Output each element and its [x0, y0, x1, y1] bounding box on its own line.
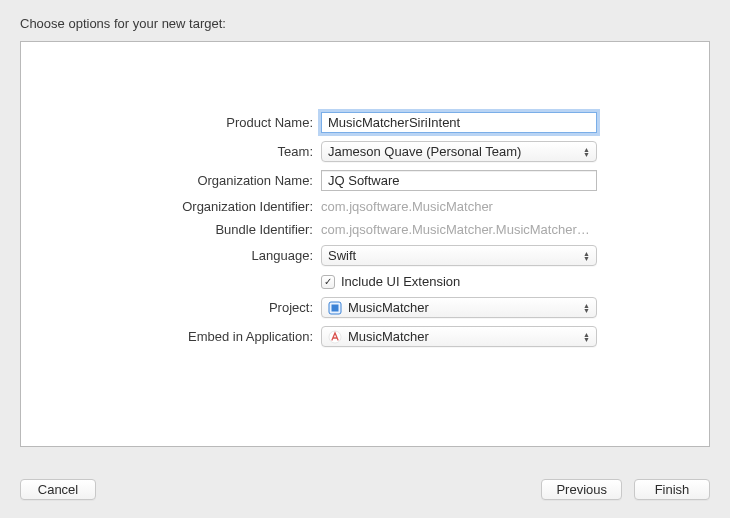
team-dropdown-label: Jameson Quave (Personal Team): [328, 144, 577, 159]
team-dropdown[interactable]: Jameson Quave (Personal Team) ▲▼: [321, 141, 597, 162]
checkmark-icon: ✓: [321, 275, 335, 289]
label-language: Language:: [21, 248, 321, 263]
row-org-name: Organization Name:: [21, 170, 709, 191]
footer-button-bar: Cancel Previous Finish: [0, 465, 730, 518]
options-form: Product Name: Team: Jameson Quave (Perso…: [21, 112, 709, 347]
product-name-input[interactable]: [321, 112, 597, 133]
row-include-ui: ✓ Include UI Extension: [21, 274, 709, 289]
row-embed: Embed in Application: MusicMatcher ▲▼: [21, 326, 709, 347]
cancel-button[interactable]: Cancel: [20, 479, 96, 500]
updown-icon: ▲▼: [583, 147, 590, 157]
label-org-name: Organization Name:: [21, 173, 321, 188]
label-embed: Embed in Application:: [21, 329, 321, 344]
label-org-id: Organization Identifier:: [21, 199, 321, 214]
row-org-id: Organization Identifier: com.jqsoftware.…: [21, 199, 709, 214]
row-language: Language: Swift ▲▼: [21, 245, 709, 266]
options-panel: Product Name: Team: Jameson Quave (Perso…: [20, 41, 710, 447]
include-ui-extension-label: Include UI Extension: [341, 274, 460, 289]
include-ui-extension-checkbox[interactable]: ✓ Include UI Extension: [321, 274, 597, 289]
language-dropdown[interactable]: Swift ▲▼: [321, 245, 597, 266]
previous-button[interactable]: Previous: [541, 479, 622, 500]
embed-dropdown[interactable]: MusicMatcher ▲▼: [321, 326, 597, 347]
row-bundle-id: Bundle Identifier: com.jqsoftware.MusicM…: [21, 222, 709, 237]
page-title: Choose options for your new target:: [0, 0, 730, 41]
project-dropdown[interactable]: MusicMatcher ▲▼: [321, 297, 597, 318]
embed-dropdown-label: MusicMatcher: [348, 329, 577, 344]
finish-button[interactable]: Finish: [634, 479, 710, 500]
label-bundle-id: Bundle Identifier:: [21, 222, 321, 237]
row-team: Team: Jameson Quave (Personal Team) ▲▼: [21, 141, 709, 162]
svg-rect-1: [332, 304, 339, 311]
org-id-value: com.jqsoftware.MusicMatcher: [321, 199, 597, 214]
app-icon: [328, 330, 342, 344]
bundle-id-value: com.jqsoftware.MusicMatcher.MusicMatcher…: [321, 222, 597, 237]
updown-icon: ▲▼: [583, 251, 590, 261]
label-team: Team:: [21, 144, 321, 159]
org-name-input[interactable]: [321, 170, 597, 191]
updown-icon: ▲▼: [583, 332, 590, 342]
language-dropdown-label: Swift: [328, 248, 577, 263]
project-dropdown-label: MusicMatcher: [348, 300, 577, 315]
label-product-name: Product Name:: [21, 115, 321, 130]
label-project: Project:: [21, 300, 321, 315]
updown-icon: ▲▼: [583, 303, 590, 313]
row-product-name: Product Name:: [21, 112, 709, 133]
row-project: Project: MusicMatcher ▲▼: [21, 297, 709, 318]
xcode-project-icon: [328, 301, 342, 315]
